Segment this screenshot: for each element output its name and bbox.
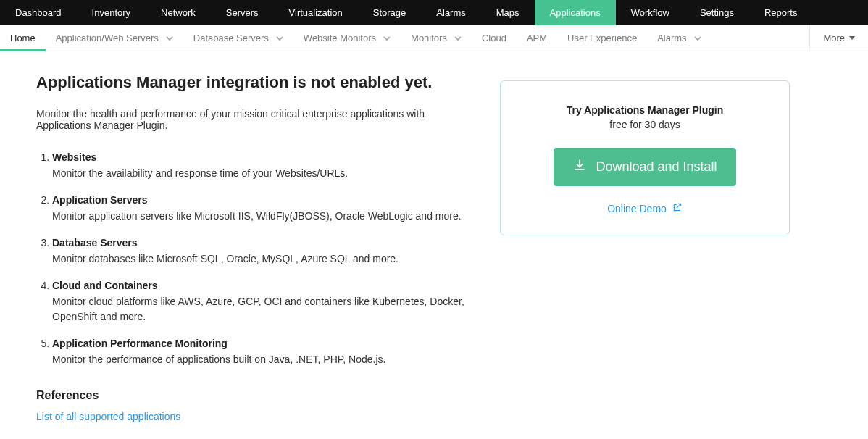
subnav-label: Monitors [411,33,447,43]
promo-title: Try Applications Manager Plugin [522,104,767,116]
main-content: Applications Manager integration is not … [0,51,868,439]
references-link[interactable]: List of all supported applications [36,411,180,422]
subnav-home[interactable]: Home [0,25,46,51]
right-column: Try Applications Manager Plugin free for… [500,73,790,235]
subnav-label: User Experience [567,33,637,43]
download-label: Download and Install [596,159,717,175]
feature-list: Websites Monitor the availability and re… [36,151,471,367]
subnav-apm[interactable]: APM [517,25,557,51]
subnav-more-label: More [823,33,845,43]
subnav-label: Alarms [657,33,686,43]
subnav-user-experience[interactable]: User Experience [557,25,647,51]
external-link-icon [672,202,683,214]
feature-title: Application Performance Monitoring [52,338,471,349]
feature-desc: Monitor cloud platforms like AWS, Azure,… [52,296,464,322]
feature-title: Cloud and Containers [52,280,471,291]
online-demo-link[interactable]: Online Demo [607,202,683,214]
feature-desc: Monitor the availability and response ti… [52,167,348,179]
chevron-down-icon [694,35,701,42]
feature-title: Database Servers [52,237,471,248]
nav-maps[interactable]: Maps [481,0,535,25]
nav-settings[interactable]: Settings [685,0,749,25]
promo-subtitle: free for 30 days [522,119,767,130]
nav-virtualization[interactable]: Virtualization [274,0,358,25]
feature-desc: Monitor databases like Microsoft SQL, Or… [52,253,398,264]
subnav-label: Database Servers [193,33,269,43]
subnav-app-web-servers[interactable]: Application/Web Servers [46,25,183,51]
feature-item: Database Servers Monitor databases like … [52,237,471,267]
nav-network[interactable]: Network [146,0,211,25]
nav-dashboard[interactable]: Dashboard [0,0,77,25]
feature-desc: Monitor application servers like Microso… [52,210,462,222]
feature-item: Application Servers Monitor application … [52,194,471,224]
references-heading: References [36,389,471,402]
chevron-down-icon [383,35,391,42]
chevron-down-icon [276,35,283,42]
subnav-more[interactable]: More [809,25,868,51]
subnav-monitors[interactable]: Monitors [401,25,472,51]
top-nav: Dashboard Inventory Network Servers Virt… [0,0,868,25]
subnav-label: Home [10,33,36,43]
subnav-label: APM [527,33,547,43]
feature-desc: Monitor the performance of applications … [52,354,385,365]
subnav-label: Website Monitors [304,33,376,43]
subnav-label: Application/Web Servers [56,33,159,43]
nav-servers[interactable]: Servers [211,0,274,25]
nav-alarms[interactable]: Alarms [421,0,480,25]
subnav-website-monitors[interactable]: Website Monitors [293,25,401,51]
nav-applications[interactable]: Applications [535,0,616,25]
feature-title: Application Servers [52,194,471,206]
demo-label: Online Demo [607,203,667,214]
chevron-down-icon [454,35,462,42]
nav-storage[interactable]: Storage [358,0,422,25]
left-column: Applications Manager integration is not … [36,73,471,422]
feature-item: Cloud and Containers Monitor cloud platf… [52,280,471,325]
download-install-button[interactable]: Download and Install [554,148,735,186]
page-title: Applications Manager integration is not … [36,73,471,92]
chevron-down-icon [166,35,173,42]
feature-title: Websites [52,151,471,163]
feature-item: Websites Monitor the availability and re… [52,151,471,181]
feature-item: Application Performance Monitoring Monit… [52,338,471,367]
nav-workflow[interactable]: Workflow [616,0,685,25]
promo-box: Try Applications Manager Plugin free for… [500,80,790,235]
nav-reports[interactable]: Reports [749,0,813,25]
subnav-alarms[interactable]: Alarms [647,25,711,51]
subnav-cloud[interactable]: Cloud [472,25,517,51]
subnav-label: Cloud [482,33,506,43]
download-icon [572,158,587,176]
sub-nav: Home Application/Web Servers Database Se… [0,25,868,51]
page-description: Monitor the health and performance of yo… [36,108,471,131]
subnav-database-servers[interactable]: Database Servers [183,25,293,51]
caret-down-icon [849,36,855,40]
nav-inventory[interactable]: Inventory [77,0,146,25]
